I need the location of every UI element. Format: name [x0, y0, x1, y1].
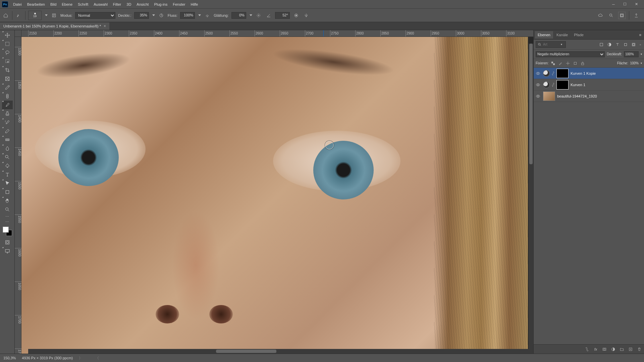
- panel-menu-icon[interactable]: ≡: [638, 32, 643, 38]
- maximize-button[interactable]: ☐: [619, 1, 631, 8]
- lock-transparency-icon[interactable]: [550, 61, 556, 66]
- blur-tool[interactable]: [2, 144, 13, 153]
- minimize-button[interactable]: ─: [608, 1, 619, 8]
- menu-auswahl[interactable]: Auswahl: [91, 1, 110, 7]
- ruler-vertical[interactable]: 1300135014001450150015501600165017001750: [15, 37, 21, 354]
- lock-all-icon[interactable]: [580, 61, 585, 66]
- filter-pixel-icon[interactable]: [598, 42, 604, 48]
- link-layers-icon[interactable]: [584, 347, 590, 352]
- opacity-value[interactable]: 35%: [134, 12, 149, 19]
- pressure-size-icon[interactable]: [292, 12, 300, 19]
- smoothing-dropdown-icon[interactable]: [250, 14, 252, 16]
- v-scrollbar[interactable]: [529, 44, 533, 349]
- crop-tool[interactable]: [2, 66, 13, 74]
- status-prev-icon[interactable]: 〈: [95, 356, 99, 361]
- type-tool[interactable]: [2, 170, 13, 179]
- brush-dropdown-icon[interactable]: [45, 14, 48, 16]
- group-layers-icon[interactable]: [619, 347, 625, 352]
- more-tools[interactable]: ⋯: [2, 214, 13, 219]
- lock-paint-icon[interactable]: [558, 61, 563, 66]
- layer-search-input[interactable]: [543, 43, 560, 46]
- smoothing-options-icon[interactable]: [255, 12, 262, 19]
- history-brush-tool[interactable]: [2, 118, 13, 127]
- menu-fenster[interactable]: Fenster: [170, 1, 187, 7]
- layer-row[interactable]: Kurven 1 Kopie: [534, 68, 644, 79]
- tab-pfade[interactable]: Pfade: [571, 31, 586, 39]
- visibility-icon[interactable]: [535, 82, 541, 88]
- layer-name[interactable]: beautiful-1944724_1920: [557, 94, 597, 98]
- mask-thumb[interactable]: [556, 80, 569, 89]
- opacity-dropdown-icon[interactable]: [152, 14, 155, 16]
- gradient-tool[interactable]: [2, 135, 13, 144]
- brush-panel-icon[interactable]: [50, 12, 58, 19]
- frame-tool[interactable]: [2, 74, 13, 83]
- menu-3d[interactable]: 3D: [124, 1, 133, 7]
- layer-search[interactable]: ▾: [536, 41, 566, 48]
- adjustment-layer-icon[interactable]: [610, 347, 616, 352]
- blend-mode-select[interactable]: Normal: [75, 12, 115, 19]
- menu-filter[interactable]: Filter: [111, 1, 123, 7]
- filter-toggle-icon[interactable]: ◦: [639, 42, 642, 48]
- layer-mask-icon[interactable]: [602, 347, 607, 352]
- mask-thumb[interactable]: [556, 69, 569, 78]
- menu-ebene[interactable]: Ebene: [59, 1, 75, 7]
- close-tab-icon[interactable]: ×: [104, 24, 106, 28]
- healing-tool[interactable]: [2, 92, 13, 101]
- layer-thumb[interactable]: [543, 92, 555, 101]
- layer-fx-icon[interactable]: fx: [593, 347, 598, 352]
- layer-opacity-value[interactable]: 100%: [624, 51, 639, 57]
- pressure-opacity-icon[interactable]: [158, 12, 165, 19]
- tab-ebenen[interactable]: Ebenen: [535, 31, 553, 39]
- menu-datei[interactable]: Datei: [11, 1, 24, 7]
- lasso-tool[interactable]: [2, 48, 13, 57]
- marquee-tool[interactable]: [2, 40, 13, 48]
- move-tool[interactable]: [2, 31, 13, 40]
- path-select-tool[interactable]: [2, 179, 13, 188]
- airbrush-icon[interactable]: [204, 12, 211, 19]
- menu-bild[interactable]: Bild: [48, 1, 59, 7]
- layer-row[interactable]: beautiful-1944724_1920: [534, 90, 644, 102]
- lock-position-icon[interactable]: [565, 61, 571, 66]
- screenmode-button[interactable]: [2, 247, 13, 255]
- pen-tool[interactable]: [2, 162, 13, 170]
- document-tab[interactable]: Unbenannt-1 bei 150% (Kurven 1 Kopie, Eb…: [0, 22, 109, 30]
- brush-preset-picker[interactable]: 19: [28, 11, 42, 20]
- ruler-horizontal[interactable]: 2150220022502300235024002450250025502600…: [21, 30, 533, 37]
- quickmask-button[interactable]: [2, 238, 13, 247]
- hand-tool[interactable]: [2, 196, 13, 205]
- smoothing-value[interactable]: 0%: [231, 12, 246, 19]
- visibility-icon[interactable]: [535, 93, 541, 99]
- tool-preset-icon[interactable]: [15, 12, 22, 19]
- eraser-tool[interactable]: [2, 127, 13, 135]
- stamp-tool[interactable]: [2, 109, 13, 118]
- home-icon[interactable]: [2, 12, 9, 19]
- symmetry-icon[interactable]: [303, 12, 310, 19]
- new-layer-icon[interactable]: [628, 347, 633, 352]
- cloud-icon[interactable]: [597, 12, 604, 19]
- menu-ansicht[interactable]: Ansicht: [134, 1, 151, 7]
- flow-value[interactable]: 100%: [180, 12, 195, 19]
- lock-artboard-icon[interactable]: [573, 61, 578, 66]
- edit-toolbar[interactable]: ⋯: [2, 219, 13, 225]
- layer-name[interactable]: Kurven 1: [571, 83, 585, 87]
- menu-bearbeiten[interactable]: Bearbeiten: [25, 1, 47, 7]
- color-swatches[interactable]: [3, 227, 12, 236]
- share-icon[interactable]: [633, 12, 640, 19]
- menu-schrift[interactable]: Schrift: [75, 1, 91, 7]
- layer-blend-select[interactable]: Negativ multiplizieren: [536, 51, 605, 57]
- tab-kanale[interactable]: Kanäle: [554, 31, 571, 39]
- shape-tool[interactable]: [2, 188, 13, 196]
- foreground-color[interactable]: [3, 227, 9, 233]
- filter-shape-icon[interactable]: [623, 42, 629, 48]
- delete-layer-icon[interactable]: [637, 347, 642, 352]
- layer-row[interactable]: Kurven 1: [534, 79, 644, 90]
- menu-plugins[interactable]: Plug-ins: [152, 1, 170, 7]
- zoom-level[interactable]: 150,3%: [3, 356, 16, 360]
- brush-tool[interactable]: [2, 101, 13, 109]
- angle-icon[interactable]: [265, 12, 272, 19]
- menu-hilfe[interactable]: Hilfe: [188, 1, 200, 7]
- layer-name[interactable]: Kurven 1 Kopie: [571, 71, 596, 75]
- workspace-icon[interactable]: [618, 12, 626, 19]
- filter-adj-icon[interactable]: [606, 42, 612, 48]
- close-button[interactable]: ✕: [631, 1, 642, 8]
